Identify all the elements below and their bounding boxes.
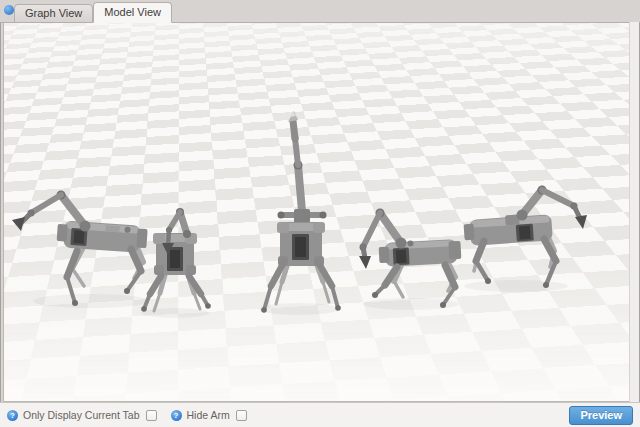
option-hide-arm: ? Hide Arm [171,409,247,421]
right-gutter [629,22,639,402]
tab-label: Graph View [25,7,82,19]
tab-label: Model View [104,6,161,18]
only-display-current-tab-checkbox[interactable] [146,410,157,421]
robot-model-2[interactable] [131,203,221,321]
hide-arm-checkbox[interactable] [236,410,247,421]
footer-bar: ? Only Display Current Tab ? Hide Arm Pr… [0,402,640,427]
tab-graph-view[interactable]: Graph View [14,4,93,23]
preview-button[interactable]: Preview [569,406,633,425]
help-icon[interactable]: ? [7,410,18,421]
app-window: Graph View Model View [0,0,640,427]
tab-bar: Graph View Model View [0,0,640,23]
option-only-display-current-tab: ? Only Display Current Tab [7,409,157,421]
model-viewport[interactable] [3,23,630,402]
tab-model-view[interactable]: Model View [93,2,172,23]
help-icon[interactable]: ? [171,410,182,421]
option-label: Hide Arm [187,409,230,421]
robot-model-5[interactable] [454,173,604,298]
option-label: Only Display Current Tab [23,409,140,421]
app-icon [4,5,14,15]
robot-model-3[interactable] [247,108,357,320]
